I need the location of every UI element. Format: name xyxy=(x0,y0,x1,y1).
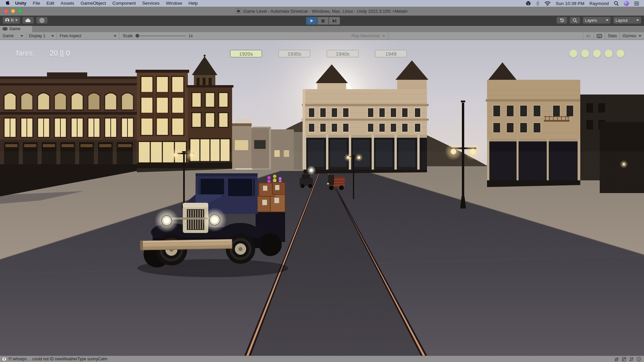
scale-slider-knob[interactable] xyxy=(136,34,139,38)
window-title: Game Level - Automata Streetcar - Window… xyxy=(243,9,408,14)
console-message[interactable]: !!! whoops ... could not ID newWeatherTy… xyxy=(8,357,107,361)
aspect-ratio-dropdown[interactable]: Free Aspect xyxy=(57,32,119,40)
cloud-icon xyxy=(25,18,31,22)
game-mode-label: Game xyxy=(3,34,14,38)
mute-audio-button[interactable] xyxy=(583,32,594,40)
device-keyboard-button[interactable] xyxy=(594,32,605,40)
life-token xyxy=(581,50,589,57)
chevron-down-icon xyxy=(636,19,639,21)
gizmos-label: Gizmos xyxy=(623,34,636,38)
life-token xyxy=(605,50,612,57)
history-icon xyxy=(559,18,565,23)
era-button-1949[interactable]: 1949 xyxy=(375,50,407,57)
apple-icon[interactable] xyxy=(5,1,10,6)
road-texture xyxy=(0,170,644,356)
pause-button[interactable] xyxy=(317,17,329,25)
era-button-1920s[interactable]: 1920s xyxy=(230,50,262,57)
search-button[interactable] xyxy=(570,17,580,24)
display-dropdown[interactable]: Display 1 xyxy=(26,32,57,40)
unity-toolbar: R xyxy=(0,15,644,26)
toolbar-spacer xyxy=(388,32,583,40)
spotlight-search-icon[interactable] xyxy=(614,1,619,6)
control-list-icon[interactable] xyxy=(634,1,639,6)
step-icon xyxy=(332,19,336,23)
unity-cube-icon[interactable] xyxy=(526,1,531,6)
layout-label: Layout xyxy=(615,18,628,23)
menu-unity[interactable]: Unity xyxy=(15,0,26,7)
window-doc-icon xyxy=(236,8,241,14)
play-button[interactable] xyxy=(306,17,317,25)
info-icon xyxy=(2,357,7,362)
game-mode-dropdown[interactable]: Game xyxy=(0,32,26,40)
play-icon xyxy=(310,19,314,23)
menu-services[interactable]: Services xyxy=(142,0,160,7)
fares-value: 20 || 0 xyxy=(50,49,70,58)
life-token xyxy=(593,50,601,57)
scale-label: Scale xyxy=(123,34,133,38)
fares-label: fares: xyxy=(16,49,35,58)
clock-time[interactable]: Sun 10:39 PM xyxy=(556,1,585,6)
menu-window[interactable]: Window xyxy=(166,0,182,7)
version-control-button[interactable] xyxy=(36,17,48,24)
window-titlebar[interactable]: Game Level - Automata Streetcar - Window… xyxy=(0,7,644,16)
life-token xyxy=(570,50,577,57)
step-button[interactable] xyxy=(329,17,340,25)
user-name[interactable]: Raymond xyxy=(589,1,609,6)
siri-icon[interactable] xyxy=(624,1,629,6)
play-maximized-label: Play Maximized xyxy=(352,34,380,38)
menu-component[interactable]: Component xyxy=(112,0,136,7)
activity-clock-icon[interactable] xyxy=(636,357,641,362)
stats-label: Stats xyxy=(608,34,617,38)
keyboard-grid-icon xyxy=(597,34,602,38)
view-tabbar: Game xyxy=(0,25,644,32)
chevron-down-icon xyxy=(15,19,18,21)
chevron-down-icon xyxy=(20,35,23,37)
cache-server-icon[interactable] xyxy=(622,357,627,362)
chevron-down-icon xyxy=(114,35,116,37)
account-initial: R xyxy=(11,18,14,23)
chevron-down-icon xyxy=(51,35,54,37)
layout-dropdown[interactable]: Layout xyxy=(613,17,641,24)
menu-file[interactable]: File xyxy=(33,0,40,7)
tab-game[interactable]: Game xyxy=(0,25,32,32)
right-building-2 xyxy=(486,62,582,187)
life-token xyxy=(616,50,624,57)
gizmos-dropdown[interactable]: Gizmos xyxy=(620,32,644,40)
pause-icon xyxy=(321,19,325,23)
auto-refresh-icon[interactable] xyxy=(629,357,634,362)
scale-control: Scale 1x xyxy=(119,34,196,38)
debug-mode-icon[interactable] xyxy=(614,357,619,362)
menu-gameobject[interactable]: GameObject xyxy=(80,0,106,7)
chevron-down-icon xyxy=(639,35,641,37)
game-view-toolbar: Game Display 1 Free Aspect Scale 1x Play… xyxy=(0,32,644,40)
game-viewport[interactable]: fares: 20 || 0 1920s 1930s 1940s 1949 xyxy=(0,40,644,356)
gamepad-icon xyxy=(2,27,8,31)
era-button-1940s[interactable]: 1940s xyxy=(327,50,359,57)
search-icon xyxy=(573,18,577,23)
scale-slider[interactable] xyxy=(136,36,186,36)
unity-statusbar: !!! whoops ... could not ID newWeatherTy… xyxy=(0,356,644,362)
display-label: Display 1 xyxy=(29,34,45,38)
macos-menubar: Unity File Edit Assets GameObject Compon… xyxy=(0,0,644,7)
bluetooth-icon[interactable] xyxy=(536,1,539,6)
account-button[interactable]: R xyxy=(3,17,20,24)
play-maximized-dropdown[interactable]: Play Maximized xyxy=(349,32,388,40)
cloud-services-button[interactable] xyxy=(22,17,34,24)
chevron-down-icon xyxy=(606,19,608,21)
unity-editor-window: Unity File Edit Assets GameObject Compon… xyxy=(0,0,644,362)
menu-edit[interactable]: Edit xyxy=(47,0,54,7)
gear-hex-icon xyxy=(39,18,45,23)
era-button-1930s[interactable]: 1930s xyxy=(278,50,310,57)
menu-assets[interactable]: Assets xyxy=(61,0,74,7)
aspect-label: Free Aspect xyxy=(60,34,81,38)
layers-label: Layers xyxy=(585,18,597,23)
menu-help[interactable]: Help xyxy=(189,0,198,7)
layers-dropdown[interactable]: Layers xyxy=(583,17,611,24)
speaker-icon xyxy=(586,34,591,38)
stats-button[interactable]: Stats xyxy=(605,32,620,40)
undo-history-button[interactable] xyxy=(556,17,567,24)
person-icon xyxy=(5,18,9,23)
tab-game-label: Game xyxy=(9,26,20,31)
wifi-icon[interactable] xyxy=(544,1,551,6)
game-scene-render xyxy=(0,40,644,356)
